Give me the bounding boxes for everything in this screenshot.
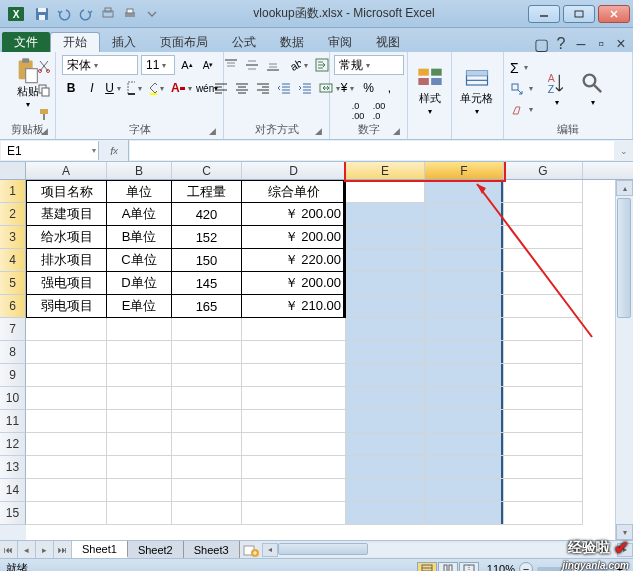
maximize-button[interactable]	[563, 5, 595, 23]
cell-B3[interactable]: B单位	[107, 226, 172, 249]
formula-expand-icon[interactable]: ⌄	[615, 140, 633, 161]
sheet-nav-last-icon[interactable]: ⏭	[54, 541, 72, 558]
cell-A15[interactable]	[26, 502, 107, 525]
cut-icon[interactable]	[35, 56, 53, 76]
border-button[interactable]: ▾	[125, 78, 144, 98]
row-header-1[interactable]: 1	[0, 180, 26, 203]
align-middle-icon[interactable]	[243, 55, 261, 75]
row-header-3[interactable]: 3	[0, 226, 26, 249]
zoom-out-button[interactable]: −	[519, 562, 533, 572]
sheet-tab-1[interactable]: Sheet1	[72, 541, 128, 558]
cell-E10[interactable]	[346, 387, 425, 410]
clipboard-launcher-icon[interactable]: ◢	[41, 126, 53, 138]
save-icon[interactable]	[34, 6, 50, 22]
cell-F15[interactable]	[425, 502, 504, 525]
cell-G9[interactable]	[504, 364, 583, 387]
column-header-B[interactable]: B	[107, 162, 172, 179]
cell-A7[interactable]	[26, 318, 107, 341]
cell-C8[interactable]	[172, 341, 242, 364]
cell-G10[interactable]	[504, 387, 583, 410]
decrease-indent-icon[interactable]	[275, 78, 293, 98]
print-preview-icon[interactable]	[100, 6, 116, 22]
cell-F13[interactable]	[425, 456, 504, 479]
clear-button[interactable]: ▾	[510, 100, 533, 120]
cell-B12[interactable]	[107, 433, 172, 456]
cell-B6[interactable]: E单位	[107, 295, 172, 318]
cell-C14[interactable]	[172, 479, 242, 502]
cell-F12[interactable]	[425, 433, 504, 456]
cell-F3[interactable]	[425, 226, 504, 249]
tab-view[interactable]: 视图	[364, 32, 412, 52]
sheet-nav-prev-icon[interactable]: ◂	[18, 541, 36, 558]
cell-E7[interactable]	[346, 318, 425, 341]
cell-C3[interactable]: 152	[172, 226, 242, 249]
cell-D11[interactable]	[242, 410, 346, 433]
cell-A5[interactable]: 强电项目	[26, 272, 107, 295]
cell-B5[interactable]: D单位	[107, 272, 172, 295]
tab-formulas[interactable]: 公式	[220, 32, 268, 52]
cell-B7[interactable]	[107, 318, 172, 341]
cell-G3[interactable]	[504, 226, 583, 249]
cell-E6[interactable]	[346, 295, 425, 318]
cell-D9[interactable]	[242, 364, 346, 387]
cell-B13[interactable]	[107, 456, 172, 479]
column-header-F[interactable]: F	[425, 162, 504, 179]
cell-E12[interactable]	[346, 433, 425, 456]
cell-C9[interactable]	[172, 364, 242, 387]
cell-E1[interactable]	[346, 180, 425, 203]
row-header-10[interactable]: 10	[0, 387, 26, 410]
row-header-14[interactable]: 14	[0, 479, 26, 502]
cell-D5[interactable]: ￥ 200.00	[242, 272, 346, 295]
cell-E15[interactable]	[346, 502, 425, 525]
cells[interactable]: 项目名称单位工程量综合单价基建项目A单位420￥ 200.00给水项目B单位15…	[26, 180, 583, 540]
redo-icon[interactable]	[78, 6, 94, 22]
number-launcher-icon[interactable]: ◢	[393, 126, 405, 138]
minimize-ribbon-icon[interactable]: ▢	[533, 36, 549, 52]
insert-sheet-icon[interactable]	[240, 541, 262, 558]
row-header-15[interactable]: 15	[0, 502, 26, 525]
column-header-A[interactable]: A	[26, 162, 107, 179]
cell-F7[interactable]	[425, 318, 504, 341]
cell-G12[interactable]	[504, 433, 583, 456]
tab-layout[interactable]: 页面布局	[148, 32, 220, 52]
formula-input[interactable]	[130, 141, 614, 160]
cell-E3[interactable]	[346, 226, 425, 249]
wrap-text-icon[interactable]	[313, 55, 331, 75]
fill-color-button[interactable]: ▾	[147, 78, 166, 98]
cell-B1[interactable]: 单位	[107, 180, 172, 203]
scroll-up-icon[interactable]: ▴	[616, 180, 633, 196]
cell-E9[interactable]	[346, 364, 425, 387]
row-header-6[interactable]: 6	[0, 295, 26, 318]
cell-C11[interactable]	[172, 410, 242, 433]
alignment-launcher-icon[interactable]: ◢	[315, 126, 327, 138]
cell-D2[interactable]: ￥ 200.00	[242, 203, 346, 226]
cell-F8[interactable]	[425, 341, 504, 364]
cell-G15[interactable]	[504, 502, 583, 525]
cell-G5[interactable]	[504, 272, 583, 295]
cell-A12[interactable]	[26, 433, 107, 456]
cell-D8[interactable]	[242, 341, 346, 364]
decrease-decimal-icon[interactable]: .00.0	[370, 101, 388, 121]
font-name-select[interactable]: 宋体▾	[62, 55, 138, 75]
cell-B8[interactable]	[107, 341, 172, 364]
align-center-icon[interactable]	[233, 78, 251, 98]
percent-button[interactable]: %	[360, 78, 378, 98]
cell-C10[interactable]	[172, 387, 242, 410]
increase-font-icon[interactable]: A▴	[178, 55, 196, 75]
cell-B11[interactable]	[107, 410, 172, 433]
cell-F10[interactable]	[425, 387, 504, 410]
name-box[interactable]: E1 ▾	[1, 141, 99, 160]
styles-button[interactable]: 样式▾	[414, 62, 446, 119]
cell-D4[interactable]: ￥ 220.00	[242, 249, 346, 272]
cell-E4[interactable]	[346, 249, 425, 272]
cell-C7[interactable]	[172, 318, 242, 341]
cell-C2[interactable]: 420	[172, 203, 242, 226]
cell-E13[interactable]	[346, 456, 425, 479]
cell-A14[interactable]	[26, 479, 107, 502]
cell-A11[interactable]	[26, 410, 107, 433]
column-header-C[interactable]: C	[172, 162, 242, 179]
cell-A10[interactable]	[26, 387, 107, 410]
align-top-icon[interactable]	[222, 55, 240, 75]
find-select-button[interactable]: ▾	[577, 68, 609, 109]
column-header-G[interactable]: G	[504, 162, 583, 179]
